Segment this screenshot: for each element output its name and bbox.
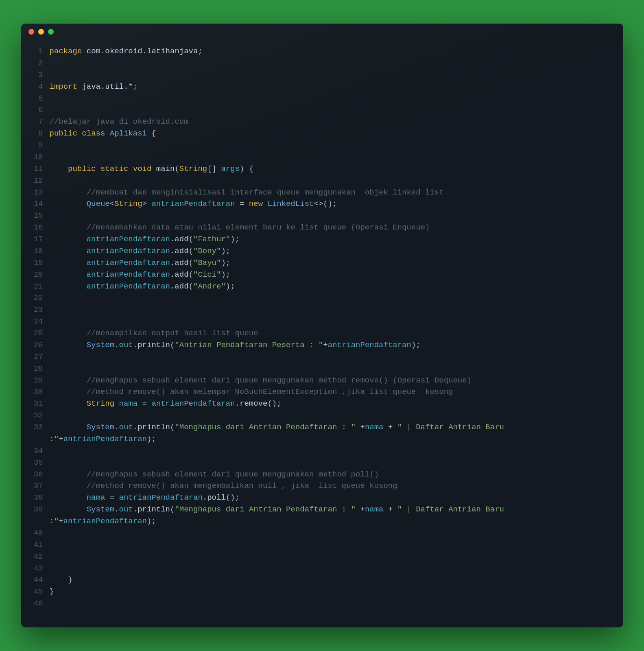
- line-source[interactable]: [50, 527, 623, 539]
- code-line[interactable]: 30 //method remove() akan melempar NoSuc…: [21, 386, 623, 398]
- code-line[interactable]: 3: [21, 69, 623, 81]
- line-source[interactable]: [50, 292, 623, 304]
- line-source[interactable]: [50, 363, 623, 375]
- token-method: add: [175, 247, 188, 256]
- code-line[interactable]: 40: [21, 527, 623, 539]
- line-source[interactable]: [50, 457, 623, 469]
- line-source[interactable]: System.out.println("Menghapus dari Antri…: [50, 504, 623, 527]
- line-source[interactable]: [50, 304, 623, 316]
- line-source[interactable]: nama = antrianPendaftaran.poll();: [50, 492, 623, 504]
- line-source[interactable]: [50, 151, 623, 163]
- code-line[interactable]: 38 nama = antrianPendaftaran.poll();: [21, 492, 623, 504]
- code-line[interactable]: 29 //menghapus sebuah element dari queue…: [21, 375, 623, 387]
- line-number: 35: [21, 457, 50, 469]
- code-line[interactable]: 26 System.out.println("Antrian Pendaftar…: [21, 339, 623, 351]
- code-line[interactable]: 10: [21, 151, 623, 163]
- code-line[interactable]: 12: [21, 175, 623, 187]
- code-line[interactable]: 28: [21, 363, 623, 375]
- code-line[interactable]: 17 antrianPendaftaran.add("Fathur");: [21, 234, 623, 245]
- code-line[interactable]: 15: [21, 210, 623, 222]
- line-source[interactable]: [50, 57, 623, 69]
- line-source[interactable]: [50, 104, 623, 116]
- line-source[interactable]: [50, 351, 623, 363]
- code-line[interactable]: 8public class Aplikasi {: [21, 128, 623, 140]
- code-line[interactable]: 21 antrianPendaftaran.add("Andre");: [21, 281, 623, 293]
- code-line[interactable]: 5: [21, 93, 623, 105]
- code-line[interactable]: 27: [21, 351, 623, 363]
- line-source[interactable]: //membuat dan menginisialisasi interface…: [50, 187, 623, 199]
- line-source[interactable]: [50, 539, 623, 551]
- line-source[interactable]: public static void main(String[] args) {: [50, 163, 623, 175]
- line-source[interactable]: antrianPendaftaran.add("Fathur");: [50, 234, 623, 245]
- line-number: 17: [21, 234, 50, 245]
- line-source[interactable]: [50, 445, 623, 457]
- zoom-icon[interactable]: [48, 29, 54, 35]
- line-source[interactable]: //belajar java di okedroid.com: [50, 116, 623, 128]
- code-line[interactable]: 11 public static void main(String[] args…: [21, 163, 623, 175]
- code-line[interactable]: 20 antrianPendaftaran.add("Cici");: [21, 269, 623, 281]
- code-line[interactable]: 16 //menambahkan data atau nilai element…: [21, 222, 623, 234]
- line-source[interactable]: [50, 93, 623, 105]
- line-source[interactable]: }: [50, 586, 623, 598]
- line-source[interactable]: [50, 316, 623, 328]
- code-editor[interactable]: 1package com.okedroid.latihanjava;2 3 4i…: [21, 40, 623, 627]
- code-line[interactable]: 41: [21, 539, 623, 551]
- code-line[interactable]: 14 Queue<String> antrianPendaftaran = ne…: [21, 198, 623, 210]
- line-source[interactable]: [50, 175, 623, 187]
- code-line[interactable]: 39 System.out.println("Menghapus dari An…: [21, 504, 623, 527]
- code-line[interactable]: 35: [21, 457, 623, 469]
- line-source[interactable]: //method remove() akan melempar NoSuchEl…: [50, 386, 623, 398]
- line-source[interactable]: public class Aplikasi {: [50, 128, 623, 140]
- code-line[interactable]: 45}: [21, 586, 623, 598]
- line-source[interactable]: }: [50, 574, 623, 586]
- code-line[interactable]: 19 antrianPendaftaran.add("Bayu");: [21, 257, 623, 269]
- line-source[interactable]: System.out.println("Antrian Pendaftaran …: [50, 339, 623, 351]
- line-source[interactable]: [50, 140, 623, 151]
- code-line[interactable]: 34: [21, 445, 623, 457]
- code-line[interactable]: 22: [21, 292, 623, 304]
- code-line[interactable]: 31 String nama = antrianPendaftaran.remo…: [21, 398, 623, 410]
- code-line[interactable]: 6: [21, 104, 623, 116]
- code-line[interactable]: 23: [21, 304, 623, 316]
- code-line[interactable]: 24: [21, 316, 623, 328]
- line-source[interactable]: antrianPendaftaran.add("Dony");: [50, 245, 623, 257]
- line-source[interactable]: //method remove() akan mengembalikan nul…: [50, 480, 623, 492]
- code-line[interactable]: 44 }: [21, 574, 623, 586]
- code-line[interactable]: 9: [21, 140, 623, 151]
- line-source[interactable]: //menghapus sebuah element dari queue me…: [50, 375, 623, 387]
- line-source[interactable]: System.out.println("Menghapus dari Antri…: [50, 422, 623, 445]
- line-source[interactable]: [50, 551, 623, 563]
- code-line[interactable]: 1package com.okedroid.latihanjava;: [21, 46, 623, 57]
- code-line[interactable]: 18 antrianPendaftaran.add("Dony");: [21, 245, 623, 257]
- line-source[interactable]: //menghapus sebuah element dari queue me…: [50, 469, 623, 481]
- code-line[interactable]: 43: [21, 563, 623, 575]
- line-source[interactable]: import java.util.*;: [50, 81, 623, 93]
- code-line[interactable]: 42: [21, 551, 623, 563]
- line-source[interactable]: [50, 563, 623, 575]
- line-source[interactable]: package com.okedroid.latihanjava;: [50, 46, 623, 57]
- line-source[interactable]: [50, 69, 623, 81]
- code-line[interactable]: 2: [21, 57, 623, 69]
- line-source[interactable]: String nama = antrianPendaftaran.remove(…: [50, 398, 623, 410]
- code-line[interactable]: 13 //membuat dan menginisialisasi interf…: [21, 187, 623, 199]
- line-source[interactable]: antrianPendaftaran.add("Cici");: [50, 269, 623, 281]
- close-icon[interactable]: [28, 29, 34, 35]
- minimize-icon[interactable]: [38, 29, 44, 35]
- line-source[interactable]: antrianPendaftaran.add("Bayu");: [50, 257, 623, 269]
- code-line[interactable]: 36 //menghapus sebuah element dari queue…: [21, 469, 623, 481]
- code-line[interactable]: 33 System.out.println("Menghapus dari An…: [21, 422, 623, 445]
- code-line[interactable]: 7//belajar java di okedroid.com: [21, 116, 623, 128]
- code-line[interactable]: 25 //menampilkan output hasil list queue: [21, 328, 623, 339]
- line-source[interactable]: Queue<String> antrianPendaftaran = new L…: [50, 198, 623, 210]
- code-line[interactable]: 46: [21, 598, 623, 609]
- line-source[interactable]: antrianPendaftaran.add("Andre");: [50, 281, 623, 293]
- line-number: 37: [21, 480, 50, 492]
- code-line[interactable]: 32: [21, 410, 623, 422]
- line-source[interactable]: //menambahkan data atau nilai element ba…: [50, 222, 623, 234]
- line-source[interactable]: [50, 210, 623, 222]
- line-source[interactable]: //menampilkan output hasil list queue: [50, 328, 623, 339]
- code-line[interactable]: 4import java.util.*;: [21, 81, 623, 93]
- line-source[interactable]: [50, 410, 623, 422]
- line-source[interactable]: [50, 598, 623, 609]
- code-line[interactable]: 37 //method remove() akan mengembalikan …: [21, 480, 623, 492]
